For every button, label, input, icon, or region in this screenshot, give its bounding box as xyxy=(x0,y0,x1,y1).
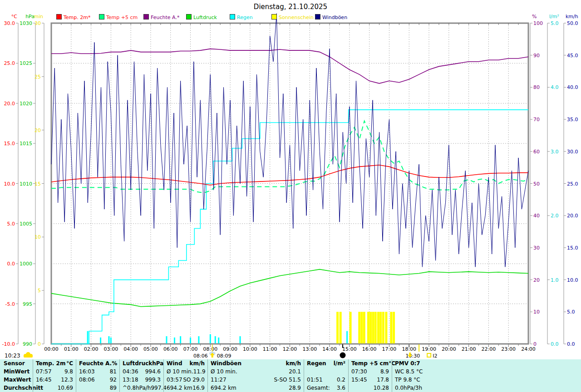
legend-swatch-icon xyxy=(56,14,62,20)
moon-phase-icon xyxy=(340,353,345,358)
legend-swatch-icon xyxy=(271,14,277,20)
y-axis-unit-%: % xyxy=(532,14,537,20)
x-axis-label: 17:00 xyxy=(382,346,397,352)
legend-label: Temp. 2m* xyxy=(64,15,91,20)
x-axis-label: 03:00 xyxy=(104,346,118,352)
stats-row-label: Sensor xyxy=(0,359,33,368)
stats-col-header: Windböenkm/h xyxy=(208,359,304,368)
y-axis-tick-label: 40.0 xyxy=(567,84,578,90)
stats-cell: 10.69 xyxy=(33,384,76,392)
y-axis-tick-label: 50 xyxy=(533,181,540,187)
x-axis-label: 20:00 xyxy=(442,346,456,352)
stats-col-temp-5-cm: Temp +5 cm°C07:308.915:4517.810.28 xyxy=(348,359,392,392)
stats-table: SensorMinWertMaxWertDurchschnittTemp. 2m… xyxy=(0,359,581,392)
y-axis-tick-label: 90 xyxy=(533,53,540,59)
series-bar-regen-intervall- xyxy=(100,338,101,343)
stats-cell: 10.28 xyxy=(349,384,392,392)
moon-tick xyxy=(342,344,343,348)
stats-row-label: MaxWert xyxy=(0,376,33,384)
legend-swatch-icon xyxy=(186,14,192,20)
stats-col-header: LuftdruckhPa xyxy=(120,359,163,368)
y-axis-tick-label: 35.0 xyxy=(567,117,578,122)
y-axis-unit-km/h: km/h xyxy=(566,14,578,20)
stats-col-header: PMV 0:7 xyxy=(392,359,581,368)
stats-col-feuchte-a-: Feuchte A.%16:038108:069289 xyxy=(76,359,119,392)
y-axis-unit-l/m²: l/m² xyxy=(549,14,559,20)
y-axis-tick-label: 5.0 xyxy=(7,221,15,227)
series-bar-sonnenschein xyxy=(372,312,374,343)
series-bar-sonnenschein xyxy=(377,312,379,343)
stats-col-windb-en: Windböenkm/hØ 10 min.20.111:27S-SO 51.56… xyxy=(207,359,304,392)
y-axis-tick-label: 25.0 xyxy=(4,60,15,66)
series-luftdruck xyxy=(51,270,528,307)
y-axis-tick-label: 1015 xyxy=(20,141,32,147)
stats-col-pmv-0-7: PMV 0:7WC 8.5 °CTP 9.8 °C0.0hPa/3h xyxy=(392,359,581,392)
legend-label: Windböen xyxy=(322,15,347,20)
stats-cell: 16:4512.3 xyxy=(33,376,76,384)
y-axis-tick-label: 70 xyxy=(533,117,540,122)
stats-cell: WC 8.5 °C xyxy=(392,368,581,376)
x-axis-label: 13:00 xyxy=(302,346,317,352)
y-axis-tick-label: -5.0 xyxy=(5,301,15,307)
sunset-aux-icon xyxy=(427,353,431,357)
y-axis-tick-label: 0 xyxy=(38,341,41,347)
y-axis-tick-label: 10 xyxy=(533,309,540,315)
stats-cell: 01:510.2 xyxy=(304,376,348,384)
y-axis-tick-label: 80 xyxy=(533,84,540,90)
stats-col-header: Feuchte A.% xyxy=(76,359,119,368)
stats-cell: Ø 10 min.20.1 xyxy=(208,368,304,376)
x-axis-label: 10:00 xyxy=(243,346,257,352)
y-axis-tick-label: 1025 xyxy=(20,60,32,66)
series-bar-sonnenschein xyxy=(336,312,339,343)
series-bar-sonnenschein xyxy=(369,312,372,343)
stats-row-labels: SensorMinWertMaxWertDurchschnitt xyxy=(0,359,33,392)
series-bar-regen-intervall- xyxy=(218,338,219,343)
x-axis-label: 05:00 xyxy=(143,346,158,352)
y-axis-tick-label: 990 xyxy=(23,341,32,347)
y-axis-tick-label: 30.0 xyxy=(567,149,578,155)
sunrise-tick xyxy=(212,344,213,352)
y-axis-tick-label: 20 xyxy=(34,127,41,133)
y-axis-tick-label: 0.0 xyxy=(567,341,575,347)
series-bar-sonnenschein xyxy=(390,312,392,343)
y-axis-tick-label: 5.0 xyxy=(567,309,575,315)
series-bar-regen-intervall- xyxy=(215,336,216,343)
series-bar-sonnenschein xyxy=(350,312,352,343)
y-axis-tick-label: 40 xyxy=(533,213,540,219)
hour-18-tick xyxy=(409,344,409,348)
y-axis-tick-label: 3.0 xyxy=(551,149,559,155)
stats-cell xyxy=(304,368,348,376)
x-axis-label: 02:00 xyxy=(84,346,98,352)
stats-cell: 694.2 km28.9 xyxy=(208,384,304,392)
series-temp-5-cm xyxy=(51,121,528,192)
legend-label: Regen xyxy=(237,15,253,20)
series-bar-sonnenschein xyxy=(385,312,387,343)
series-bar-regen-intervall- xyxy=(110,338,112,343)
stats-cell: ^0.8hPa/h997.4 xyxy=(120,384,163,392)
y-axis-tick-label: 1020 xyxy=(20,101,32,107)
stats-col-wind: Windkm/hØ 10 min.11.903:57SO 29.0694.2 k… xyxy=(163,359,207,392)
series-bar-regen-intervall- xyxy=(166,336,167,343)
x-axis-label: 08:00 xyxy=(203,346,217,352)
x-axis-label: 19:00 xyxy=(422,346,436,352)
series-bar-regen-intervall- xyxy=(190,338,191,343)
sunrise-time-end: 08:09 xyxy=(217,353,231,359)
series-rain-cumulative xyxy=(51,110,528,344)
stats-cell: Gesamt:3.6 xyxy=(304,384,348,392)
legend-item-5: Regen xyxy=(230,14,253,20)
page-title: Dienstag, 21.10.2025 xyxy=(0,3,581,11)
series-bar-sonnenschein xyxy=(358,312,360,343)
x-axis-label: 07:00 xyxy=(183,346,198,352)
y-axis-tick-label: 0.0 xyxy=(7,261,15,267)
y-axis-tick-label: 60 xyxy=(533,149,540,155)
legend-swatch-icon xyxy=(143,14,149,20)
series-bar-sonnenschein xyxy=(367,312,369,343)
series-bar-regen-intervall- xyxy=(210,334,211,343)
y-axis-tick-label: 10.0 xyxy=(567,277,578,283)
stats-cell: 07:308.9 xyxy=(349,368,392,376)
x-axis-label: 01:00 xyxy=(64,346,79,352)
y-axis-tick-label: 20.0 xyxy=(567,213,578,219)
y-axis-tick-label: 10 xyxy=(34,234,41,240)
sunrise-time-start: 08:06 xyxy=(193,353,208,359)
y-axis-tick-label: 30.0 xyxy=(4,20,15,26)
